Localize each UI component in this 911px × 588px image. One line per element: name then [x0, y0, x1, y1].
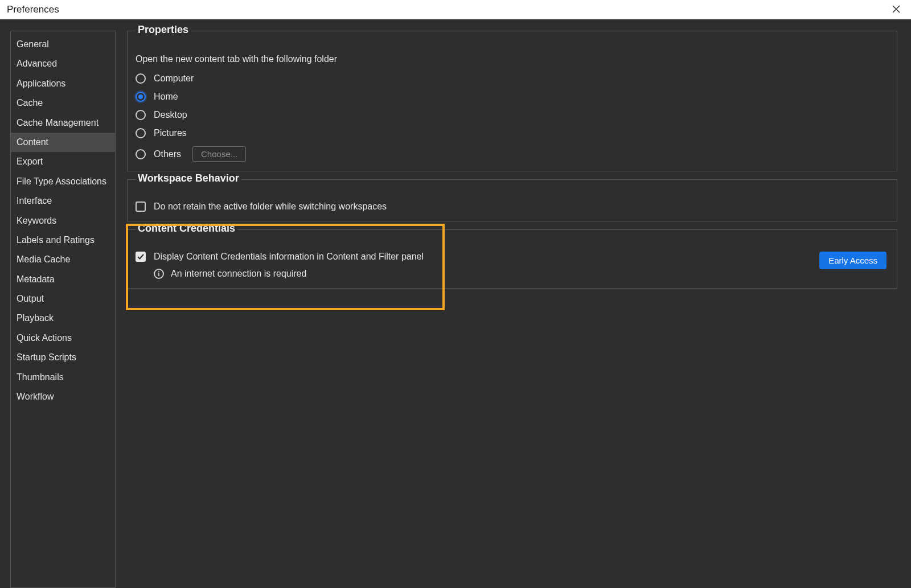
- radio-computer[interactable]: [136, 73, 146, 84]
- content-area: GeneralAdvancedApplicationsCacheCache Ma…: [0, 19, 911, 588]
- workspace-section: Workspace Behavior Do not retain the act…: [127, 179, 897, 221]
- sidebar-item-cache[interactable]: Cache: [11, 93, 115, 113]
- sidebar-item-interface[interactable]: Interface: [11, 191, 115, 211]
- early-access-button[interactable]: Early Access: [819, 252, 887, 269]
- credentials-display-row[interactable]: Display Content Credentials information …: [136, 252, 808, 262]
- sidebar-item-label: Quick Actions: [17, 333, 72, 343]
- radio-row-pictures[interactable]: Pictures: [136, 128, 889, 138]
- sidebar-item-labels-and-ratings[interactable]: Labels and Ratings: [11, 231, 115, 250]
- sidebar-item-output[interactable]: Output: [11, 289, 115, 309]
- radio-row-home[interactable]: Home: [136, 92, 889, 102]
- sidebar-item-label: Cache Management: [17, 118, 99, 128]
- sidebar-item-advanced[interactable]: Advanced: [11, 54, 115, 73]
- sidebar-item-playback[interactable]: Playback: [11, 309, 115, 328]
- workspace-retain-row[interactable]: Do not retain the active folder while sw…: [136, 202, 889, 212]
- sidebar-item-label: Metadata: [17, 274, 55, 284]
- sidebar-item-label: Interface: [17, 196, 52, 205]
- sidebar-item-metadata[interactable]: Metadata: [11, 270, 115, 289]
- sidebar-item-label: Thumbnails: [17, 372, 64, 382]
- sidebar-item-label: Media Cache: [17, 254, 70, 264]
- radio-label: Computer: [154, 73, 194, 84]
- sidebar-item-label: Advanced: [17, 59, 57, 68]
- credentials-info-text: An internet connection is required: [171, 269, 306, 279]
- sidebar-item-quick-actions[interactable]: Quick Actions: [11, 328, 115, 348]
- radio-label: Others: [154, 149, 181, 159]
- sidebar-item-thumbnails[interactable]: Thumbnails: [11, 368, 115, 387]
- sidebar-item-label: Export: [17, 157, 43, 166]
- sidebar-item-keywords[interactable]: Keywords: [11, 211, 115, 231]
- sidebar-item-media-cache[interactable]: Media Cache: [11, 250, 115, 269]
- sidebar-item-applications[interactable]: Applications: [11, 74, 115, 93]
- window-titlebar: Preferences: [0, 0, 911, 19]
- sidebar-item-workflow[interactable]: Workflow: [11, 387, 115, 406]
- credentials-legend: Content Credentials: [136, 223, 237, 235]
- preferences-sidebar: GeneralAdvancedApplicationsCacheCache Ma…: [10, 31, 116, 588]
- sidebar-item-export[interactable]: Export: [11, 152, 115, 171]
- radio-row-others[interactable]: OthersChoose...: [136, 146, 889, 162]
- properties-section: Properties Open the new content tab with…: [127, 31, 897, 171]
- window-title: Preferences: [7, 4, 59, 15]
- choose-button[interactable]: Choose...: [192, 146, 246, 162]
- sidebar-item-label: File Type Associations: [17, 176, 106, 186]
- credentials-info-row: i An internet connection is required: [154, 269, 808, 279]
- radio-label: Home: [154, 92, 178, 102]
- sidebar-item-label: Content: [17, 137, 48, 147]
- workspace-checkbox[interactable]: [136, 202, 146, 212]
- workspace-checkbox-label: Do not retain the active folder while sw…: [154, 202, 387, 212]
- sidebar-item-cache-management[interactable]: Cache Management: [11, 113, 115, 133]
- sidebar-item-file-type-associations[interactable]: File Type Associations: [11, 172, 115, 191]
- sidebar-item-label: Startup Scripts: [17, 352, 76, 362]
- sidebar-item-label: Cache: [17, 98, 43, 108]
- sidebar-item-label: Playback: [17, 313, 54, 323]
- radio-desktop[interactable]: [136, 110, 146, 120]
- properties-desc: Open the new content tab with the follow…: [136, 54, 889, 64]
- credentials-checkbox-label: Display Content Credentials information …: [154, 252, 424, 262]
- sidebar-item-startup-scripts[interactable]: Startup Scripts: [11, 348, 115, 367]
- radio-home[interactable]: [136, 92, 146, 102]
- sidebar-item-label: Keywords: [17, 216, 56, 225]
- sidebar-item-content[interactable]: Content: [11, 133, 115, 152]
- radio-label: Desktop: [154, 110, 187, 120]
- radio-row-desktop[interactable]: Desktop: [136, 110, 889, 120]
- sidebar-item-label: Labels and Ratings: [17, 235, 95, 245]
- radio-row-computer[interactable]: Computer: [136, 73, 889, 84]
- preferences-main: Properties Open the new content tab with…: [127, 31, 901, 588]
- close-icon[interactable]: [887, 2, 905, 18]
- credentials-section: Content Credentials Display Content Cred…: [127, 229, 897, 289]
- radio-label: Pictures: [154, 128, 187, 138]
- workspace-legend: Workspace Behavior: [136, 172, 241, 184]
- sidebar-item-label: Output: [17, 294, 44, 303]
- info-icon: i: [154, 269, 164, 279]
- radio-others[interactable]: [136, 149, 146, 159]
- radio-pictures[interactable]: [136, 128, 146, 138]
- credentials-checkbox[interactable]: [136, 252, 146, 262]
- sidebar-item-label: General: [17, 39, 49, 49]
- sidebar-item-label: Applications: [17, 79, 65, 88]
- sidebar-item-general[interactable]: General: [11, 35, 115, 54]
- sidebar-item-label: Workflow: [17, 392, 54, 401]
- properties-legend: Properties: [136, 24, 191, 36]
